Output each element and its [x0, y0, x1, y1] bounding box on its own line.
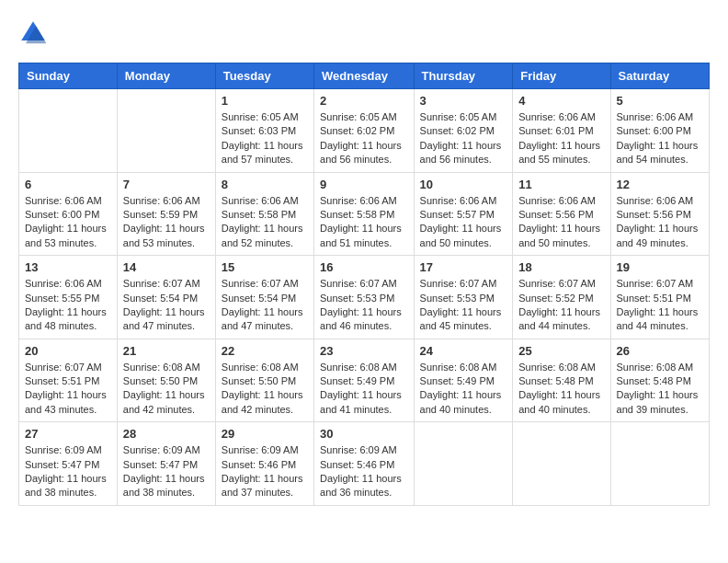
- sunset-text: Sunset: 5:53 PM: [420, 293, 495, 304]
- sunset-text: Sunset: 5:54 PM: [222, 293, 296, 304]
- day-number: 9: [320, 178, 408, 191]
- sunrise-text: Sunrise: 6:05 AM: [420, 111, 497, 122]
- daylight-text: Daylight: 11 hours and 44 minutes.: [518, 306, 600, 331]
- sunset-text: Sunset: 5:57 PM: [420, 209, 495, 220]
- sunset-text: Sunset: 6:03 PM: [222, 125, 296, 136]
- day-info: Sunrise: 6:06 AM Sunset: 5:59 PM Dayligh…: [123, 194, 210, 251]
- day-number: 7: [123, 178, 210, 191]
- calendar-cell: 26 Sunrise: 6:08 AM Sunset: 5:48 PM Dayl…: [610, 339, 709, 422]
- daylight-text: Daylight: 11 hours and 49 minutes.: [617, 223, 699, 247]
- day-number: 6: [25, 178, 111, 191]
- day-info: Sunrise: 6:06 AM Sunset: 5:56 PM Dayligh…: [617, 194, 703, 251]
- day-info: Sunrise: 6:06 AM Sunset: 5:55 PM Dayligh…: [25, 277, 111, 334]
- sunrise-text: Sunrise: 6:09 AM: [123, 444, 200, 455]
- daylight-text: Daylight: 11 hours and 46 minutes.: [320, 306, 402, 331]
- sunrise-text: Sunrise: 6:08 AM: [123, 362, 200, 373]
- day-number: 17: [420, 260, 507, 274]
- weekday-header-friday: Friday: [513, 63, 610, 89]
- sunset-text: Sunset: 5:46 PM: [320, 459, 394, 470]
- sunrise-text: Sunrise: 6:07 AM: [25, 362, 102, 373]
- daylight-text: Daylight: 11 hours and 38 minutes.: [123, 473, 205, 498]
- sunrise-text: Sunrise: 6:06 AM: [617, 111, 694, 122]
- weekday-header-monday: Monday: [117, 63, 215, 89]
- weekday-header-thursday: Thursday: [414, 63, 513, 89]
- day-info: Sunrise: 6:07 AM Sunset: 5:51 PM Dayligh…: [617, 277, 703, 334]
- day-number: 5: [617, 94, 703, 108]
- calendar-cell: 7 Sunrise: 6:06 AM Sunset: 5:59 PM Dayli…: [117, 172, 215, 256]
- day-number: 29: [222, 427, 308, 441]
- day-info: Sunrise: 6:06 AM Sunset: 6:01 PM Dayligh…: [518, 110, 604, 167]
- sunset-text: Sunset: 5:52 PM: [518, 293, 593, 304]
- sunset-text: Sunset: 5:55 PM: [25, 293, 99, 304]
- sunrise-text: Sunrise: 6:05 AM: [320, 111, 397, 122]
- day-number: 18: [518, 260, 604, 274]
- sunrise-text: Sunrise: 6:09 AM: [222, 444, 299, 455]
- day-info: Sunrise: 6:05 AM Sunset: 6:02 PM Dayligh…: [320, 110, 408, 167]
- day-number: 11: [518, 178, 604, 191]
- sunset-text: Sunset: 5:47 PM: [123, 459, 198, 470]
- day-info: Sunrise: 6:06 AM Sunset: 5:57 PM Dayligh…: [420, 194, 507, 251]
- sunset-text: Sunset: 5:46 PM: [222, 459, 296, 470]
- calendar-cell: 22 Sunrise: 6:08 AM Sunset: 5:50 PM Dayl…: [215, 339, 313, 422]
- day-number: 4: [518, 94, 604, 108]
- sunrise-text: Sunrise: 6:06 AM: [25, 195, 102, 206]
- calendar-cell: 20 Sunrise: 6:07 AM Sunset: 5:51 PM Dayl…: [19, 339, 118, 422]
- calendar-cell: 6 Sunrise: 6:06 AM Sunset: 6:00 PM Dayli…: [19, 172, 118, 256]
- daylight-text: Daylight: 11 hours and 52 minutes.: [222, 223, 303, 247]
- calendar-week-row-5: 27 Sunrise: 6:09 AM Sunset: 5:47 PM Dayl…: [19, 422, 710, 506]
- sunset-text: Sunset: 6:02 PM: [320, 125, 394, 136]
- calendar-cell: 10 Sunrise: 6:06 AM Sunset: 5:57 PM Dayl…: [414, 172, 513, 256]
- day-info: Sunrise: 6:08 AM Sunset: 5:48 PM Dayligh…: [518, 361, 604, 418]
- sunset-text: Sunset: 5:49 PM: [320, 375, 394, 386]
- sunset-text: Sunset: 6:01 PM: [518, 125, 593, 136]
- sunset-text: Sunset: 5:56 PM: [518, 209, 593, 220]
- calendar-cell: 24 Sunrise: 6:08 AM Sunset: 5:49 PM Dayl…: [414, 339, 513, 422]
- daylight-text: Daylight: 11 hours and 47 minutes.: [123, 306, 205, 331]
- sunrise-text: Sunrise: 6:05 AM: [222, 111, 299, 122]
- day-info: Sunrise: 6:07 AM Sunset: 5:54 PM Dayligh…: [222, 277, 308, 334]
- day-info: Sunrise: 6:05 AM Sunset: 6:03 PM Dayligh…: [222, 110, 308, 167]
- day-number: 19: [617, 260, 703, 274]
- calendar-cell: 28 Sunrise: 6:09 AM Sunset: 5:47 PM Dayl…: [117, 422, 215, 506]
- day-info: Sunrise: 6:09 AM Sunset: 5:47 PM Dayligh…: [25, 443, 111, 500]
- sunset-text: Sunset: 5:58 PM: [320, 209, 394, 220]
- calendar-week-row-4: 20 Sunrise: 6:07 AM Sunset: 5:51 PM Dayl…: [19, 339, 710, 422]
- sunset-text: Sunset: 5:50 PM: [222, 375, 296, 386]
- day-info: Sunrise: 6:07 AM Sunset: 5:51 PM Dayligh…: [25, 361, 111, 418]
- sunrise-text: Sunrise: 6:07 AM: [420, 278, 497, 289]
- day-info: Sunrise: 6:06 AM Sunset: 6:00 PM Dayligh…: [25, 194, 111, 251]
- sunrise-text: Sunrise: 6:09 AM: [320, 444, 397, 455]
- calendar-week-row-3: 13 Sunrise: 6:06 AM Sunset: 5:55 PM Dayl…: [19, 256, 710, 339]
- weekday-header-sunday: Sunday: [19, 63, 118, 89]
- daylight-text: Daylight: 11 hours and 45 minutes.: [420, 306, 502, 331]
- daylight-text: Daylight: 11 hours and 42 minutes.: [123, 389, 205, 414]
- calendar-cell: 23 Sunrise: 6:08 AM Sunset: 5:49 PM Dayl…: [314, 339, 415, 422]
- weekday-header-row: SundayMondayTuesdayWednesdayThursdayFrid…: [19, 63, 710, 89]
- sunrise-text: Sunrise: 6:08 AM: [420, 362, 497, 373]
- day-info: Sunrise: 6:06 AM Sunset: 5:58 PM Dayligh…: [222, 194, 308, 251]
- calendar-cell: 5 Sunrise: 6:06 AM Sunset: 6:00 PM Dayli…: [610, 89, 709, 173]
- sunset-text: Sunset: 5:50 PM: [123, 375, 198, 386]
- sunrise-text: Sunrise: 6:07 AM: [320, 278, 397, 289]
- calendar-cell: [117, 89, 215, 173]
- sunset-text: Sunset: 5:53 PM: [320, 293, 394, 304]
- sunrise-text: Sunrise: 6:06 AM: [617, 195, 694, 206]
- sunset-text: Sunset: 5:48 PM: [518, 375, 593, 386]
- day-number: 16: [320, 260, 408, 274]
- day-number: 23: [320, 344, 408, 358]
- day-number: 1: [222, 94, 308, 108]
- day-number: 24: [420, 344, 507, 358]
- day-number: 21: [123, 344, 210, 358]
- day-info: Sunrise: 6:08 AM Sunset: 5:50 PM Dayligh…: [123, 361, 210, 418]
- day-number: 20: [25, 344, 111, 358]
- day-info: Sunrise: 6:05 AM Sunset: 6:02 PM Dayligh…: [420, 110, 507, 167]
- calendar-cell: 4 Sunrise: 6:06 AM Sunset: 6:01 PM Dayli…: [513, 89, 610, 173]
- calendar-week-row-2: 6 Sunrise: 6:06 AM Sunset: 6:00 PM Dayli…: [19, 172, 710, 256]
- sunset-text: Sunset: 6:00 PM: [25, 209, 99, 220]
- sunrise-text: Sunrise: 6:06 AM: [25, 278, 102, 289]
- calendar-cell: 15 Sunrise: 6:07 AM Sunset: 5:54 PM Dayl…: [215, 256, 313, 339]
- day-info: Sunrise: 6:07 AM Sunset: 5:53 PM Dayligh…: [420, 277, 507, 334]
- day-info: Sunrise: 6:07 AM Sunset: 5:52 PM Dayligh…: [518, 277, 604, 334]
- sunrise-text: Sunrise: 6:06 AM: [123, 195, 200, 206]
- daylight-text: Daylight: 11 hours and 42 minutes.: [222, 389, 303, 414]
